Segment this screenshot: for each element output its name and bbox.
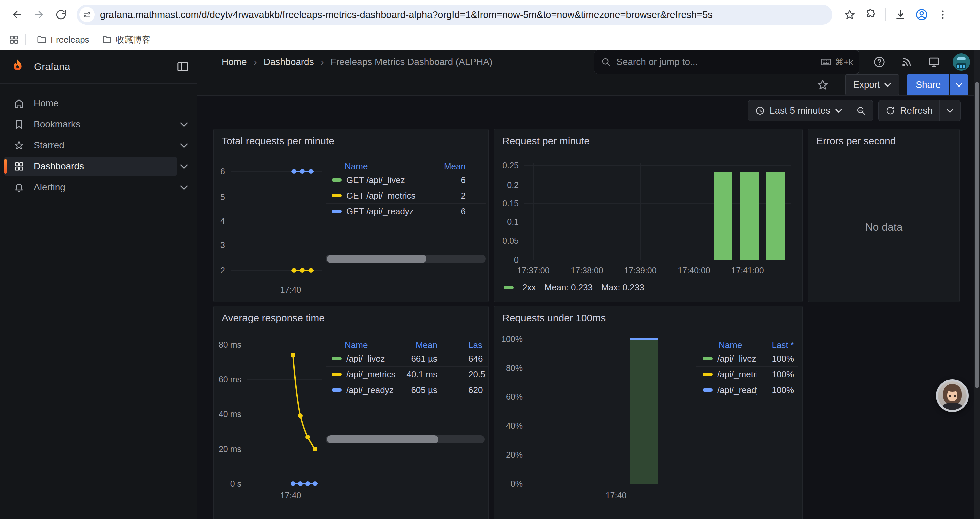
scrollbar-thumb[interactable] [975,82,979,388]
dashboards-grid-icon [14,161,24,172]
series-last: 646 [468,354,488,364]
reload-button[interactable] [50,4,72,26]
breadcrumb-current: Freeleaps Metrics Dashboard (ALPHA) [331,57,493,67]
legend-header-mean[interactable]: Mean [397,340,437,350]
forward-button[interactable] [28,4,50,26]
data-point [305,481,310,486]
series-max: Max: 0.233 [601,282,644,292]
avatar-mouth [956,64,966,69]
y-tick: 6 [214,167,225,176]
panel-avg-response-time: Average response time 80 ms 60 ms 40 ms … [213,306,488,519]
series-name[interactable]: /api/_readyz [718,385,757,395]
sidebar-item-bookmarks[interactable]: Bookmarks [0,113,197,134]
no-data-message: No data [808,221,959,233]
panel-title[interactable]: Requests under 100ms [502,312,606,324]
gridline [587,163,587,260]
x-tick: 17:39:00 [617,265,664,275]
series-name[interactable]: /api/_livez [718,354,757,364]
series-mean: 40.1 ms [397,369,437,380]
legend-header-mean[interactable]: Mean [426,161,466,172]
apps-grid-icon[interactable] [9,34,19,45]
panel-title[interactable]: Total requests per minute [222,135,334,147]
bar-2xx [740,172,759,260]
sidebar-item-home[interactable]: Home [0,93,197,113]
legend-scrollbar[interactable] [326,255,486,263]
legend-header-name[interactable]: Name [345,340,368,350]
series-name[interactable]: GET /api/_livez [346,175,426,185]
panel-left-icon [176,60,189,73]
search-input[interactable] [616,57,820,67]
bookmark-folder-freeleaps[interactable]: Freeleaps [32,32,94,48]
refresh-group: Refresh [878,100,961,121]
news-button[interactable] [898,53,915,71]
download-icon[interactable] [894,9,906,21]
share-menu-button[interactable] [949,75,968,95]
series-mean: 6 [426,206,466,217]
time-range-picker[interactable]: Last 5 minutes [748,100,849,121]
panel-title[interactable]: Request per minute [502,135,590,147]
export-button[interactable]: Export [845,75,899,95]
expand-chevron[interactable] [177,120,191,129]
gridline [231,221,322,221]
floating-assistant-avatar[interactable] [936,379,969,412]
series-name[interactable]: GET /api/_metrics [346,191,426,201]
sidebar-item-label: Starred [34,140,64,151]
sidebar-item-alerting[interactable]: Alerting [0,177,197,198]
series-name[interactable]: /api/_livez [346,354,397,364]
user-avatar[interactable] [953,53,970,71]
data-point [291,169,296,174]
panel-title[interactable]: Errors per second [816,135,896,147]
series-name[interactable]: /api/_metrics [346,369,397,380]
sidebar-item-starred[interactable]: Starred [0,134,197,156]
expand-chevron[interactable] [177,162,191,171]
forward-arrow-icon [33,9,45,21]
profile-avatar-icon[interactable] [915,8,928,21]
refresh-button[interactable]: Refresh [878,100,939,121]
avatar-body [942,403,963,412]
sidebar-collapse-button[interactable] [176,60,189,73]
scrollbar-thumb[interactable] [327,255,426,263]
extensions-icon[interactable] [864,9,876,21]
gridline [231,197,322,197]
x-tick: 17:38:00 [564,265,611,275]
expand-chevron[interactable] [177,141,191,150]
refresh-interval-button[interactable] [939,100,960,121]
menu-kebab-icon[interactable] [937,9,948,21]
legend-header-last[interactable]: Las [468,340,488,350]
bookmark-folder-blogs[interactable]: 收藏博客 [97,31,156,48]
help-button[interactable] [870,53,888,71]
series-name[interactable]: /api/_readyz [346,385,397,395]
search-bar[interactable]: ⌘+k [594,50,859,74]
bar-2xx [766,172,784,260]
toolbar-divider [885,8,886,21]
legend-header-last[interactable]: Last * [757,340,794,350]
gridline [533,163,534,260]
legend-header-name[interactable]: Name [345,161,368,172]
series-name[interactable]: 2xx [522,282,536,292]
page-scrollbar[interactable] [974,50,980,519]
sidebar-item-dashboards[interactable]: Dashboards [0,156,197,177]
screen: grafana.mathmast.com/d/deytv4rwavabkb/fr… [0,0,980,519]
y-tick: 80% [494,363,523,373]
sidebar-item-label: Home [34,98,59,109]
series-name[interactable]: GET /api/_readyz [346,206,426,217]
breadcrumb-dashboards[interactable]: Dashboards [264,57,314,67]
legend-scrollbar[interactable] [326,435,485,443]
share-button[interactable]: Share [907,75,949,95]
site-info-icon[interactable] [80,7,95,22]
grafana-logo[interactable] [10,58,26,75]
back-button[interactable] [6,4,28,26]
scrollbar-thumb[interactable] [327,435,438,443]
breadcrumb-home[interactable]: Home [222,57,247,67]
favorite-star-icon[interactable] [816,78,829,91]
bookmark-star-icon[interactable] [843,9,856,21]
expand-chevron[interactable] [177,183,191,192]
avatar-eye [949,395,951,398]
kiosk-mode-button[interactable] [925,53,943,71]
legend-header-name[interactable]: Name [719,340,742,350]
legend-row: /api/_readyz 100% [696,382,798,398]
refresh-label: Refresh [900,105,932,116]
series-name[interactable]: /api/_metrics [718,369,757,380]
url-bar[interactable]: grafana.mathmast.com/d/deytv4rwavabkb/fr… [77,5,832,25]
zoom-out-button[interactable] [849,100,873,121]
